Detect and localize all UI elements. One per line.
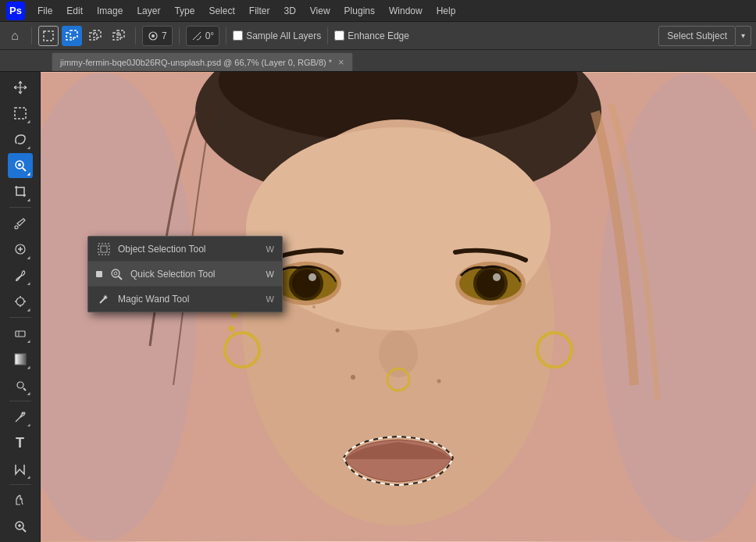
menu-3d[interactable]: 3D: [277, 4, 301, 18]
svg-rect-0: [44, 31, 53, 41]
brush-size-box: 7: [142, 26, 173, 46]
eraser-tool[interactable]: [8, 321, 33, 345]
object-selection-key: W: [266, 244, 274, 254]
svg-line-13: [23, 168, 26, 171]
menu-window[interactable]: Window: [383, 4, 429, 18]
angle-box: 0°: [186, 26, 219, 46]
menu-select[interactable]: Select: [202, 4, 241, 18]
svg-point-29: [21, 412, 23, 414]
add-selection-button[interactable]: [62, 26, 82, 46]
menu-plugins[interactable]: Plugins: [338, 4, 381, 18]
svg-line-31: [23, 529, 26, 532]
sample-all-layers-label[interactable]: Sample All Layers: [233, 30, 321, 41]
svg-point-12: [18, 163, 21, 166]
menu-filter[interactable]: Filter: [243, 4, 276, 18]
new-selection-button[interactable]: [38, 26, 59, 46]
svg-rect-61: [98, 244, 109, 255]
dodge-tool[interactable]: [8, 373, 33, 398]
menu-file[interactable]: File: [31, 4, 59, 18]
brush-size-value: 7: [162, 30, 167, 41]
clone-stamp-tool[interactable]: [8, 289, 33, 313]
svg-point-51: [476, 269, 505, 298]
lasso-tool[interactable]: [8, 127, 33, 152]
options-bar: ⌂ 7 0° Sample All L: [0, 22, 756, 50]
magic-wand-label: Magic Wand Tool: [118, 294, 260, 305]
svg-point-41: [379, 330, 418, 377]
svg-point-46: [292, 269, 320, 298]
menu-type[interactable]: Type: [168, 4, 201, 18]
enhance-edge-checkbox[interactable]: [334, 30, 344, 41]
toolbar-divider3: [9, 401, 31, 401]
svg-point-19: [16, 298, 24, 305]
gradient-tool[interactable]: [8, 347, 33, 371]
quick-selection-label: Quick Selection Tool: [130, 269, 260, 280]
active-indicator: [96, 271, 102, 277]
menu-edit[interactable]: Edit: [60, 4, 89, 18]
toolbar-divider2: [9, 317, 31, 318]
svg-point-47: [308, 273, 316, 281]
sample-all-layers-checkbox[interactable]: [233, 30, 243, 41]
select-subject-dropdown[interactable]: ▾: [736, 26, 751, 46]
menu-bar: Ps File Edit Image Layer Type Select Fil…: [0, 0, 756, 22]
svg-point-56: [228, 326, 234, 332]
zoom-tool[interactable]: [8, 515, 33, 539]
svg-point-52: [493, 273, 501, 281]
svg-rect-26: [15, 354, 26, 365]
svg-point-63: [112, 269, 119, 277]
svg-point-9: [152, 34, 155, 37]
doc-title: jimmy-fermin-bqe0J0b26RQ-unsplash.psd @ …: [60, 58, 332, 67]
enhance-edge-label[interactable]: Enhance Edge: [334, 30, 409, 41]
pen-tool[interactable]: [8, 405, 33, 429]
svg-point-58: [437, 380, 441, 383]
svg-rect-24: [16, 331, 25, 337]
subtract-selection-button[interactable]: [85, 26, 105, 46]
separator4: [226, 27, 226, 45]
menu-image[interactable]: Image: [91, 4, 129, 18]
home-button[interactable]: ⌂: [5, 26, 25, 46]
type-tool[interactable]: T: [8, 430, 33, 455]
quick-selection-icon: [109, 266, 124, 282]
separator5: [327, 27, 328, 45]
rectangle-select-tool[interactable]: [8, 101, 33, 125]
intersect-selection-button[interactable]: [109, 26, 129, 46]
document-tab[interactable]: jimmy-fermin-bqe0J0b26RQ-unsplash.psd @ …: [52, 52, 353, 71]
magic-wand-tool-item[interactable]: Magic Wand Tool W: [88, 287, 282, 312]
hand-tool[interactable]: [8, 488, 33, 512]
toolbar: T: [0, 72, 41, 542]
app-icon: Ps: [6, 2, 25, 20]
svg-point-64: [114, 272, 117, 275]
quick-selection-key: W: [266, 269, 274, 279]
object-selection-icon: [96, 241, 112, 257]
menu-view[interactable]: View: [304, 4, 337, 18]
separator3: [179, 27, 180, 45]
quick-selection-tool-item[interactable]: Quick Selection Tool W: [88, 262, 282, 287]
separator: [31, 27, 32, 45]
path-select-tool[interactable]: [8, 457, 33, 481]
svg-point-59: [312, 305, 316, 308]
select-subject-button[interactable]: Select Subject: [658, 26, 736, 46]
object-selection-label: Object Selection Tool: [118, 244, 260, 255]
quick-select-tool[interactable]: [8, 153, 33, 177]
object-selection-tool-item[interactable]: Object Selection Tool W: [88, 237, 282, 262]
svg-rect-62: [101, 246, 107, 252]
close-tab-button[interactable]: ×: [338, 57, 344, 67]
svg-point-27: [17, 382, 23, 388]
toolbar-divider1: [9, 207, 31, 208]
brush-tool[interactable]: [8, 263, 33, 287]
move-tool[interactable]: [8, 75, 33, 99]
svg-rect-10: [15, 108, 26, 119]
healing-brush-tool[interactable]: [8, 237, 33, 262]
crop-tool[interactable]: [8, 180, 33, 204]
menu-layer[interactable]: Layer: [130, 4, 166, 18]
main-area: T: [0, 72, 756, 542]
select-subject-group: Select Subject ▾: [658, 26, 751, 46]
menu-help[interactable]: Help: [430, 4, 462, 18]
toolbar-divider4: [9, 484, 31, 485]
svg-point-57: [351, 375, 355, 380]
svg-line-15: [17, 226, 18, 226]
svg-rect-7: [117, 33, 120, 36]
svg-line-65: [119, 276, 122, 280]
eyedropper-tool[interactable]: [8, 211, 33, 235]
magic-wand-icon: [96, 291, 112, 307]
context-menu: Object Selection Tool W Quick Selection …: [87, 236, 283, 312]
